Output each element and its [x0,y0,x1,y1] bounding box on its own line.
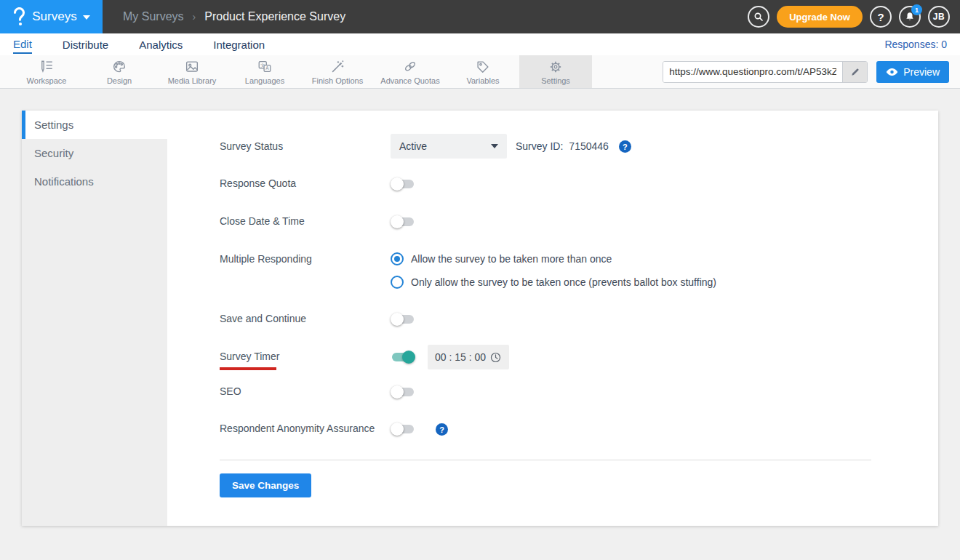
notification-badge: 1 [911,4,922,15]
languages-icon: 文 A [256,59,273,75]
toolbar-item-finish-options[interactable]: Finish Options [301,55,374,88]
sidebar-item-settings[interactable]: Settings [22,111,167,139]
settings-sidebar: Settings Security Notifications [22,111,167,526]
variables-tag-icon [474,59,492,75]
survey-timer-row: Survey Timer 00 : 15 : 00 [220,350,871,370]
preview-button[interactable]: Preview [876,61,949,83]
upgrade-now-button[interactable]: Upgrade Now [777,6,863,28]
save-and-continue-row: Save and Continue [220,312,871,327]
design-palette-icon [111,59,128,75]
eye-icon [886,68,898,76]
save-changes-button[interactable]: Save Changes [220,473,311,497]
toolbar-item-settings[interactable]: Settings [519,55,592,88]
survey-id-value: 7150446 [569,134,609,152]
toolbar-item-media-library[interactable]: Media Library [156,55,228,88]
edit-toolbar: Workspace Design Media Library 文 A [0,55,960,89]
survey-timer-label: Survey Timer [220,351,279,362]
seo-row: SEO [220,385,871,399]
close-date-time-label: Close Date & Time [220,215,391,229]
survey-timer-duration-field[interactable]: 00 : 15 : 00 [428,345,509,369]
respondent-anonymity-help-icon[interactable]: ? [436,423,448,436]
survey-id-label: Survey ID: [516,134,563,152]
clock-icon [489,351,502,364]
chevron-down-icon [83,15,90,20]
survey-timer-value: 00 : 15 : 00 [435,351,486,363]
svg-text:A: A [265,65,269,71]
response-quota-toggle[interactable] [391,177,415,191]
questionpro-logo [12,7,26,26]
sidebar-item-notifications[interactable]: Notifications [22,167,167,196]
response-quota-row: Response Quota [220,177,871,191]
multiple-responding-label: Multiple Responding [220,252,391,289]
tab-edit[interactable]: Edit [13,35,32,54]
survey-status-row: Survey Status Active Survey ID: 7150446 … [220,134,871,159]
tab-analytics[interactable]: Analytics [139,36,183,53]
media-library-icon [183,59,201,75]
radio-unselected-icon [391,276,404,289]
workspace-icon [38,59,55,75]
survey-status-label: Survey Status [220,134,391,159]
close-date-time-row: Close Date & Time [220,215,871,229]
radio-selected-icon [391,252,404,265]
survey-url-field [663,61,868,83]
respondent-anonymity-label: Respondent Anonymity Assurance [220,422,391,436]
sidebar-item-security[interactable]: Security [22,139,167,167]
toolbar-item-design[interactable]: Design [83,55,156,88]
settings-gear-icon [547,59,564,75]
toolbar-item-variables[interactable]: Variables [447,55,519,88]
breadcrumb: My Surveys › Product Experience Survey [123,10,345,23]
page-title: Product Experience Survey [204,10,345,23]
surveys-menu-label: Surveys [32,9,76,24]
seo-toggle[interactable] [391,385,415,399]
responses-count: Responses: 0 [884,39,947,50]
form-divider [220,460,871,460]
red-highlight-underline [220,367,276,370]
close-date-time-toggle[interactable] [391,215,415,229]
help-button[interactable]: ? [870,6,892,28]
save-and-continue-label: Save and Continue [220,312,391,327]
save-and-continue-toggle[interactable] [391,312,415,327]
radio-option-multiple-allowed[interactable]: Allow the survey to be taken more than o… [391,252,716,265]
toolbar-item-workspace[interactable]: Workspace [10,55,83,88]
toolbar-item-advance-quotas[interactable]: Advance Quotas [374,55,447,88]
surveys-menu[interactable]: Surveys [0,0,103,33]
question-mark-icon: ? [877,11,884,23]
multiple-responding-row: Multiple Responding Allow the survey to … [220,252,871,289]
tab-integration[interactable]: Integration [213,36,265,53]
toolbar-item-languages[interactable]: 文 A Languages [228,55,301,88]
response-quota-label: Response Quota [220,177,391,191]
respondent-anonymity-row: Respondent Anonymity Assurance ? [220,422,871,436]
advance-quotas-link-icon [401,59,419,75]
search-icon [753,11,764,23]
search-button[interactable] [748,6,769,28]
header-actions: Upgrade Now ? 1 JB [748,6,960,28]
content-area: Settings Security Notifications Survey S… [0,89,960,526]
top-header: Surveys My Surveys › Product Experience … [0,0,960,33]
radio-option-once-only[interactable]: Only allow the survey to be taken once (… [391,276,716,289]
settings-card: Settings Security Notifications Survey S… [22,111,938,526]
finish-options-wand-icon [329,59,346,75]
pencil-icon [850,67,860,77]
respondent-anonymity-toggle[interactable] [391,422,415,436]
survey-id-help-icon[interactable]: ? [619,140,631,153]
survey-timer-toggle[interactable] [391,350,415,364]
survey-nav-tabs: Edit Distribute Analytics Integration Re… [0,33,960,55]
survey-status-select[interactable]: Active [391,134,507,159]
tab-distribute[interactable]: Distribute [63,36,108,53]
settings-form: Survey Status Active Survey ID: 7150446 … [167,111,938,526]
chevron-down-icon [491,144,498,148]
avatar-initials: JB [933,12,945,22]
survey-url-input[interactable] [663,62,842,82]
notifications-button[interactable]: 1 [899,6,921,28]
breadcrumb-my-surveys[interactable]: My Surveys [123,10,184,23]
edit-url-button[interactable] [842,62,867,82]
survey-status-value: Active [399,140,427,152]
breadcrumb-separator-icon: › [193,11,196,23]
avatar[interactable]: JB [928,6,950,28]
seo-label: SEO [220,385,391,399]
